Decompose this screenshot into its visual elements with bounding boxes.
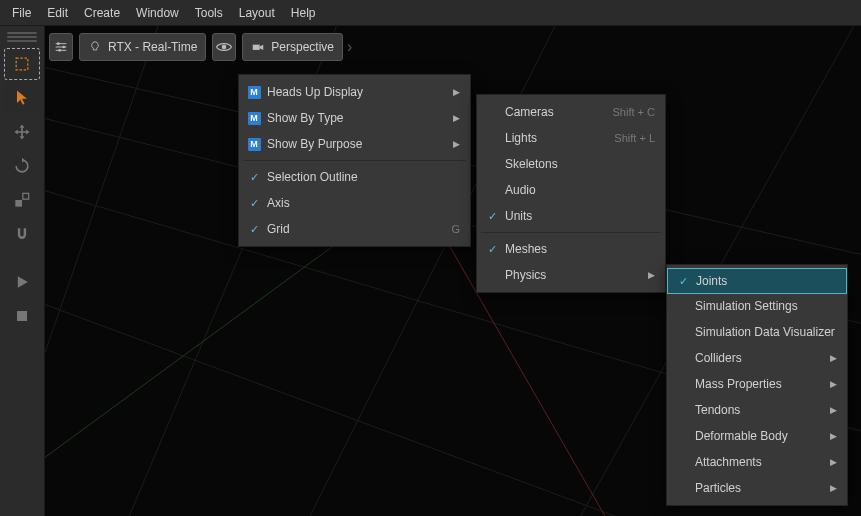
menu-item-attachments[interactable]: Attachments ▶ <box>667 449 847 475</box>
chevron-right-icon: ▶ <box>825 457 837 467</box>
menu-label: Meshes <box>499 242 655 256</box>
menu-item-joints[interactable]: ✓ Joints <box>667 268 847 294</box>
menu-item-lights[interactable]: Lights Shift + L <box>477 125 665 151</box>
cube-dashed-icon <box>12 54 32 74</box>
svg-rect-18 <box>253 45 260 50</box>
chevron-right-icon: ▶ <box>448 139 460 149</box>
svg-rect-13 <box>17 311 27 321</box>
sliders-icon <box>53 39 69 55</box>
menu-item-simulation-data-visualizer[interactable]: Simulation Data Visualizer <box>667 319 847 345</box>
rotate-tool[interactable] <box>4 150 40 182</box>
chevron-right-icon: ▶ <box>825 379 837 389</box>
chevron-right-icon: ▶ <box>825 431 837 441</box>
move-icon <box>12 122 32 142</box>
snap-tool[interactable] <box>4 218 40 250</box>
menu-label: Deformable Body <box>689 429 825 443</box>
menu-label: Colliders <box>689 351 825 365</box>
rotate-icon <box>12 156 32 176</box>
scale-tool[interactable] <box>4 184 40 216</box>
menu-item-show-by-purpose[interactable]: M Show By Purpose ▶ <box>239 131 470 157</box>
menu-help[interactable]: Help <box>283 2 324 24</box>
menu-label: Particles <box>689 481 825 495</box>
menu-label: Mass Properties <box>689 377 825 391</box>
check-icon: ✓ <box>247 171 261 184</box>
menu-item-units[interactable]: ✓ Units <box>477 203 665 229</box>
menu-item-deformable-body[interactable]: Deformable Body ▶ <box>667 423 847 449</box>
visibility-button[interactable] <box>212 33 236 61</box>
show-menu: M Heads Up Display ▶ M Show By Type ▶ M … <box>238 74 471 247</box>
separator <box>481 232 661 233</box>
tool-sidebar <box>0 26 45 516</box>
menu-item-simulation-settings[interactable]: Simulation Settings <box>667 293 847 319</box>
menu-label: Attachments <box>689 455 825 469</box>
stop-tool[interactable] <box>4 300 40 332</box>
menu-item-selection-outline[interactable]: ✓ Selection Outline <box>239 164 470 190</box>
svg-rect-10 <box>16 58 28 70</box>
menu-item-cameras[interactable]: Cameras Shift + C <box>477 99 665 125</box>
check-icon: ✓ <box>247 223 261 236</box>
menu-label: Joints <box>690 274 836 288</box>
menu-tools[interactable]: Tools <box>187 2 231 24</box>
show-by-type-menu: Cameras Shift + C Lights Shift + L Skele… <box>476 94 666 293</box>
module-badge-icon: M <box>247 138 261 151</box>
menu-item-heads-up-display[interactable]: M Heads Up Display ▶ <box>239 79 470 105</box>
menu-label: Units <box>499 209 655 223</box>
menu-file[interactable]: File <box>4 2 39 24</box>
stop-icon <box>12 306 32 326</box>
chevron-right-icon: ▶ <box>825 405 837 415</box>
menu-label: Cameras <box>499 105 595 119</box>
separator <box>243 160 466 161</box>
viewport-toolbar: RTX - Real-Time Perspective › <box>49 32 352 62</box>
menu-label: Lights <box>499 131 596 145</box>
menu-label: Simulation Settings <box>689 299 837 313</box>
menu-label: Audio <box>499 183 655 197</box>
render-mode-label: RTX - Real-Time <box>108 40 197 54</box>
menu-shortcut: Shift + L <box>596 132 655 144</box>
svg-rect-11 <box>15 200 22 207</box>
svg-point-14 <box>57 42 60 45</box>
magnet-icon <box>12 224 32 244</box>
menu-label: Grid <box>261 222 433 236</box>
menu-item-show-by-type[interactable]: M Show By Type ▶ <box>239 105 470 131</box>
menu-item-grid[interactable]: ✓ Grid G <box>239 216 470 242</box>
menu-item-meshes[interactable]: ✓ Meshes <box>477 236 665 262</box>
menu-item-physics[interactable]: Physics ▶ <box>477 262 665 288</box>
menu-item-audio[interactable]: Audio <box>477 177 665 203</box>
menu-layout[interactable]: Layout <box>231 2 283 24</box>
menu-edit[interactable]: Edit <box>39 2 76 24</box>
check-icon: ✓ <box>247 197 261 210</box>
menu-shortcut: G <box>433 223 460 235</box>
menu-item-axis[interactable]: ✓ Axis <box>239 190 470 216</box>
cursor-tool[interactable] <box>4 82 40 114</box>
settings-button[interactable] <box>49 33 73 61</box>
chevron-right-icon: ▶ <box>643 270 655 280</box>
chevron-right-icon: ▶ <box>825 483 837 493</box>
menu-create[interactable]: Create <box>76 2 128 24</box>
menu-label: Show By Type <box>261 111 448 125</box>
menu-item-particles[interactable]: Particles ▶ <box>667 475 847 501</box>
menu-item-tendons[interactable]: Tendons ▶ <box>667 397 847 423</box>
menu-label: Heads Up Display <box>261 85 448 99</box>
menubar: File Edit Create Window Tools Layout Hel… <box>0 0 861 26</box>
select-box-tool[interactable] <box>4 48 40 80</box>
play-tool[interactable] <box>4 266 40 298</box>
lightbulb-icon <box>88 40 102 54</box>
menu-item-mass-properties[interactable]: Mass Properties ▶ <box>667 371 847 397</box>
chevron-right-icon: ▶ <box>448 87 460 97</box>
menu-item-colliders[interactable]: Colliders ▶ <box>667 345 847 371</box>
scale-icon <box>12 190 32 210</box>
menu-label: Show By Purpose <box>261 137 448 151</box>
svg-point-16 <box>58 49 61 52</box>
chevron-right-icon: › <box>347 38 352 56</box>
menu-label: Tendons <box>689 403 825 417</box>
render-mode-dropdown[interactable]: RTX - Real-Time <box>79 33 206 61</box>
check-icon: ✓ <box>676 275 690 288</box>
menu-item-skeletons[interactable]: Skeletons <box>477 151 665 177</box>
check-icon: ✓ <box>485 243 499 256</box>
menu-label: Skeletons <box>499 157 655 171</box>
move-tool[interactable] <box>4 116 40 148</box>
module-badge-icon: M <box>247 86 261 99</box>
camera-mode-dropdown[interactable]: Perspective <box>242 33 343 61</box>
menu-window[interactable]: Window <box>128 2 187 24</box>
module-badge-icon: M <box>247 112 261 125</box>
